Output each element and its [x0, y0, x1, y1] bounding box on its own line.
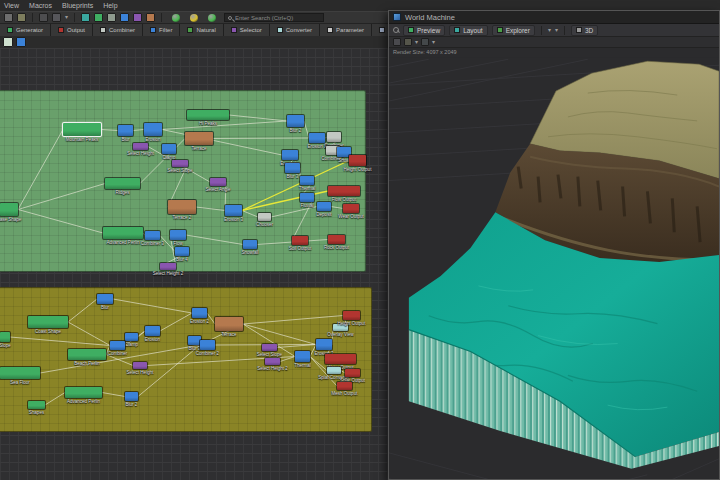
- graph-node-g17[interactable]: Thermal: [300, 176, 314, 185]
- graph-node-o14[interactable]: Terrace: [215, 317, 243, 331]
- graph-node-g23[interactable]: Combiner 3: [145, 231, 160, 240]
- graph-node-g32[interactable]: Soil Output: [292, 236, 308, 245]
- graph-node-o3[interactable]: Slope: [0, 332, 10, 342]
- graph-node-o6[interactable]: Beach Perlin: [68, 349, 106, 360]
- graph-node-g21[interactable]: Terrace 2: [168, 200, 196, 214]
- chevron-down-icon[interactable]: ▾: [548, 26, 551, 35]
- menu-item-blueprints[interactable]: Blueprints: [62, 2, 93, 9]
- graph-node-o19[interactable]: Erosion 3: [316, 339, 332, 350]
- graph-node-g1[interactable]: Mountain Peaks: [63, 123, 101, 136]
- material-sphere-icon[interactable]: [172, 14, 180, 22]
- grid-view-icon[interactable]: [52, 13, 61, 22]
- menu-item-macros[interactable]: Macros: [29, 2, 52, 9]
- viewer-title-bar[interactable]: World Machine: [389, 11, 719, 24]
- graph-node-o10[interactable]: Advanced Perlin: [65, 387, 102, 398]
- graph-node-g34[interactable]: Snowfall: [243, 240, 257, 249]
- graph-node-g5[interactable]: Clamp: [162, 144, 176, 154]
- tab-filter[interactable]: Filter: [143, 24, 180, 36]
- tab-output[interactable]: Output: [51, 24, 93, 36]
- select-tool-icon[interactable]: [16, 37, 26, 47]
- tab-natural[interactable]: Natural: [180, 24, 223, 36]
- graph-node-o5[interactable]: Combiner: [110, 341, 125, 350]
- chevron-down-icon[interactable]: ▾: [432, 38, 435, 47]
- graph-node-o7[interactable]: Erosion: [145, 326, 160, 336]
- chevron-down-icon[interactable]: ▾: [65, 13, 68, 22]
- chevron-down-icon[interactable]: ▾: [415, 38, 418, 47]
- viewer-search-icon[interactable]: [393, 27, 399, 33]
- tab-combiner[interactable]: Combiner: [93, 24, 143, 36]
- new-world-icon[interactable]: [4, 13, 13, 22]
- graph-node-o8[interactable]: Select Height: [133, 362, 147, 369]
- graph-node-g25[interactable]: Select Height 2: [160, 263, 176, 270]
- graph-node-g35[interactable]: Fluvial: [300, 193, 314, 202]
- menu-item-help[interactable]: Help: [103, 2, 117, 9]
- layers-icon[interactable]: [404, 38, 412, 46]
- graph-node-o21[interactable]: Thermal: [295, 351, 310, 362]
- graph-node-g2[interactable]: Blur: [118, 125, 133, 136]
- graph-node-o17[interactable]: Select Slope: [262, 344, 277, 351]
- graph-node-o4[interactable]: Clamp: [125, 333, 138, 341]
- device-type-icon[interactable]: [120, 13, 129, 22]
- graph-node-o1[interactable]: Blur: [97, 294, 113, 304]
- lighting-icon[interactable]: [421, 38, 429, 46]
- graph-node-g28[interactable]: Flow: [170, 230, 186, 240]
- camera-icon[interactable]: [393, 38, 401, 46]
- graph-node-g20[interactable]: Base Shape: [0, 203, 18, 216]
- graph-node-o26[interactable]: Mesh Output: [337, 382, 352, 390]
- graph-node-o18[interactable]: Select Height 2: [265, 358, 280, 365]
- graph-node-g27[interactable]: Chooser: [258, 213, 271, 221]
- tab-generator[interactable]: Generator: [0, 24, 51, 36]
- graph-node-g7[interactable]: Hi Peaks: [187, 110, 229, 120]
- viewer-tab-layout[interactable]: Layout: [449, 25, 488, 36]
- graph-node-o23[interactable]: Water Output: [325, 354, 356, 364]
- graph-node-o11[interactable]: Blur 2: [125, 392, 138, 401]
- graph-node-g10[interactable]: Erosion 2: [309, 133, 325, 143]
- tab-selector[interactable]: Selector: [224, 24, 270, 36]
- graph-node-g3[interactable]: Erosion: [144, 123, 162, 136]
- graph-node-g31[interactable]: Deposit: [317, 202, 331, 211]
- graph-node-o16[interactable]: Combiner 2: [200, 340, 215, 350]
- menu-item-view[interactable]: View: [4, 2, 19, 9]
- panel-layout-icon[interactable]: [39, 13, 48, 22]
- graph-node-g9[interactable]: Blur 2: [287, 115, 304, 127]
- device-type-icon[interactable]: [94, 13, 103, 22]
- graph-node-g11[interactable]: Combiner: [327, 132, 341, 142]
- graph-node-g22[interactable]: Advanced Perlin: [103, 227, 143, 239]
- device-type-icon[interactable]: [107, 13, 116, 22]
- group-water[interactable]: [0, 287, 372, 432]
- search-input[interactable]: Enter Search (Ctrl+Q): [224, 13, 324, 22]
- graph-node-g26[interactable]: Erosion 3: [225, 205, 242, 216]
- graph-node-g8[interactable]: Terrace: [185, 132, 213, 145]
- graph-node-g19[interactable]: Ridges: [105, 178, 140, 189]
- graph-node-g33[interactable]: Rock Output: [328, 235, 345, 244]
- node-graph-canvas[interactable]: Mountain PeaksBlurErosionSelect HeightCl…: [0, 48, 390, 480]
- device-type-icon[interactable]: [81, 13, 90, 22]
- graph-node-o12[interactable]: Shapes: [28, 401, 45, 409]
- graph-node-o9[interactable]: Sea Floor: [0, 367, 40, 379]
- graph-node-g29[interactable]: Flow Output: [328, 186, 360, 196]
- material-sphere-icon[interactable]: [208, 14, 216, 22]
- graph-node-g24[interactable]: Blur 4: [175, 247, 189, 256]
- tab-parameter[interactable]: Parameter: [320, 24, 372, 36]
- graph-node-g15[interactable]: Expander: [282, 150, 298, 160]
- build-icon[interactable]: [17, 13, 26, 22]
- graph-node-g14[interactable]: Height Output: [349, 155, 366, 166]
- chevron-down-icon[interactable]: ▾: [555, 26, 558, 35]
- graph-node-o24[interactable]: Splat Converter: [327, 367, 341, 374]
- graph-node-g4[interactable]: Select Height: [133, 143, 148, 150]
- view-mode-3d-button[interactable]: 3D: [571, 25, 598, 36]
- graph-node-o25[interactable]: Splat Output: [345, 369, 360, 377]
- graph-node-g6[interactable]: Select Slope: [172, 160, 188, 167]
- layout-tool-icon[interactable]: [3, 37, 13, 47]
- graph-node-g30[interactable]: Wear Output: [343, 204, 359, 213]
- viewer-tab-preview[interactable]: Preview: [403, 25, 445, 36]
- device-type-icon[interactable]: [133, 13, 142, 22]
- graph-node-o13[interactable]: Erosion 2: [192, 308, 207, 318]
- device-type-icon[interactable]: [146, 13, 155, 22]
- graph-node-g18[interactable]: Select Angle: [210, 178, 226, 186]
- 3d-viewport[interactable]: [389, 57, 719, 479]
- graph-node-g16[interactable]: Blur 3: [285, 163, 300, 173]
- graph-node-o2[interactable]: Coast Shape: [28, 316, 68, 328]
- viewer-tab-explorer[interactable]: Explorer: [492, 25, 535, 36]
- graph-node-o22[interactable]: Height Output: [343, 311, 360, 320]
